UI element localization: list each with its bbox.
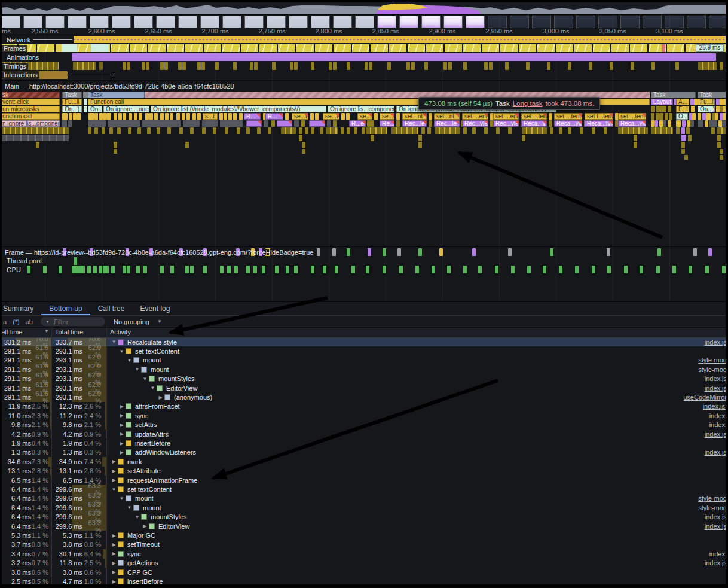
table-row[interactable]: 3.7 ms0.8 %3.8 ms0.8 %▶setTimeout	[0, 540, 728, 549]
table-row[interactable]: 291.1 ms61.6 %293.1 ms62.0 %▼EditorViewi…	[0, 383, 728, 392]
disclosure-arrow[interactable]: ▶	[118, 422, 126, 428]
filmstrip-thumbnail[interactable]	[45, 16, 65, 28]
flame-segment[interactable]: s...t	[203, 113, 218, 120]
filmstrip-thumbnail[interactable]	[90, 16, 109, 28]
flame-segment[interactable]: set ...tent	[618, 113, 646, 120]
disclosure-arrow[interactable]: ▼	[149, 385, 157, 391]
flame-segment[interactable]: se...t	[292, 113, 308, 120]
disclosure-arrow[interactable]: ▶	[118, 431, 126, 437]
column-header-activity[interactable]: Activity	[110, 328, 131, 336]
flame-segment[interactable]: Reca...yle	[618, 120, 646, 127]
source-link[interactable]: useCodeMirror	[683, 394, 727, 401]
filmstrip-thumbnail[interactable]	[178, 16, 197, 28]
match-case-icon[interactable]: a	[3, 318, 7, 325]
flame-segment[interactable]: F...l	[676, 106, 689, 112]
filmstrip-thumbnail[interactable]	[134, 16, 153, 28]
flame-segment[interactable]: On ignore ...onents\/)	[103, 106, 149, 112]
flame-segment[interactable]: R...	[244, 113, 261, 120]
flame-segment[interactable]: set...nt	[434, 113, 460, 120]
source-link[interactable]: style-mod	[698, 357, 727, 364]
source-link[interactable]: style-mod	[698, 366, 727, 373]
flame-segment[interactable]: Reca...tyle	[585, 120, 613, 127]
flame-segment[interactable]: Re...le	[380, 120, 394, 127]
flame-segment[interactable]: Task	[62, 92, 82, 98]
table-row[interactable]: 13.1 ms2.8 %13.1 ms2.8 %▶setAttribute	[0, 467, 728, 476]
column-header-self-time[interactable]: elf time	[1, 328, 22, 336]
disclosure-arrow[interactable]: ▶	[110, 533, 118, 538]
table-row[interactable]: 6.5 ms1.4 %6.5 ms1.4 %▶requestAnimationF…	[0, 476, 728, 485]
main-thread-header[interactable]: Main — http://localhost:3000/projects/bd…	[3, 83, 235, 90]
filmstrip-thumbnail[interactable]	[112, 16, 131, 28]
filmstrip-thumbnail[interactable]	[576, 16, 595, 28]
flame-segment[interactable]: Fu...ll	[62, 99, 82, 105]
source-link[interactable]: index.js	[705, 559, 727, 566]
disclosure-arrow[interactable]: ▼	[133, 367, 141, 372]
disclosure-arrow[interactable]: ▶	[110, 542, 118, 547]
flame-segment[interactable]: A...	[676, 99, 689, 105]
table-row[interactable]: 6.4 ms1.4 %299.6 ms63.3 %▼mountStylesind…	[0, 513, 728, 522]
flame-segment[interactable]: sk	[0, 92, 60, 98]
column-header-total-time[interactable]: Total time	[55, 328, 83, 336]
frame-thread-header[interactable]: Frame — https://id-preview--bd53fd9d-728…	[3, 249, 315, 257]
flame-segment[interactable]: Layout	[651, 99, 673, 105]
table-row[interactable]: 3.4 ms0.7 %30.1 ms6.4 %▶syncindex.	[0, 549, 728, 558]
disclosure-arrow[interactable]: ▼	[118, 349, 126, 354]
tab-event-log[interactable]: Event log	[132, 302, 178, 315]
source-link[interactable]: index.js	[705, 431, 727, 438]
disclosure-arrow[interactable]: ▶	[118, 413, 126, 418]
flame-segment[interactable]: Task	[651, 92, 696, 98]
source-link[interactable]: index.js	[705, 449, 727, 456]
disclosure-arrow[interactable]: ▼	[110, 339, 118, 345]
flame-segment[interactable]: Reca...yle	[521, 120, 547, 127]
filmstrip-thumbnail[interactable]	[222, 16, 241, 28]
flame-segment[interactable]: On...)	[698, 106, 715, 112]
source-link[interactable]: index.	[709, 412, 727, 419]
source-link[interactable]: index.js	[705, 375, 727, 382]
disclosure-arrow[interactable]: ▼	[110, 487, 118, 492]
table-row[interactable]: 1.3 ms0.3 %1.3 ms0.3 %▶addWindowListener…	[0, 448, 728, 457]
disclosure-arrow[interactable]: ▶	[110, 468, 118, 474]
filmstrip-thumbnail[interactable]	[466, 16, 485, 28]
table-row[interactable]: 9.8 ms2.1 %9.8 ms2.1 %▶setAttrsindex.	[0, 421, 728, 429]
table-row[interactable]: 34.6 ms7.3 %34.9 ms7.4 %▶mark	[0, 457, 728, 466]
filmstrip-thumbnail[interactable]	[510, 16, 529, 28]
filmstrip-thumbnail[interactable]	[665, 16, 684, 28]
flame-segment[interactable]: Rec...le	[402, 120, 427, 127]
filmstrip-thumbnail[interactable]	[488, 16, 507, 28]
source-link[interactable]: index.js:	[703, 403, 727, 410]
filmstrip-thumbnail[interactable]	[23, 16, 42, 28]
filmstrip-thumbnail[interactable]	[333, 16, 352, 28]
disclosure-arrow[interactable]: ▶	[141, 523, 149, 529]
table-row[interactable]: 3.0 ms0.6 %3.0 ms0.6 %▶CPP GC	[0, 568, 728, 577]
tooltip-long-task-link[interactable]: Long task	[513, 100, 543, 107]
disclosure-arrow[interactable]: ▶	[110, 560, 118, 566]
filmstrip-thumbnail[interactable]	[355, 16, 374, 28]
table-row[interactable]: 6.4 ms1.4 %299.6 ms63.3 %▼mountstyle-mod	[0, 503, 728, 512]
table-row[interactable]: 6.4 ms1.4 %299.6 ms63.3 %▶EditorViewinde…	[0, 522, 728, 531]
source-link[interactable]: style-mod	[698, 495, 727, 502]
flame-segment[interactable]: Fu...ll	[698, 99, 715, 105]
regex-icon[interactable]: (*)	[13, 318, 20, 325]
flame-segment[interactable]: set ...tent	[554, 113, 582, 120]
flame-segment[interactable]: set t...tent	[585, 113, 613, 120]
filmstrip-thumbnail[interactable]	[643, 16, 662, 28]
filmstrip-thumbnail[interactable]	[377, 16, 396, 28]
disclosure-arrow[interactable]: ▼	[126, 505, 133, 510]
filmstrip-thumbnail[interactable]	[532, 16, 551, 28]
flame-segment[interactable]: Rec...le	[434, 120, 460, 127]
filmstrip-thumbnail[interactable]	[200, 16, 219, 28]
table-row[interactable]: 291.1 ms61.6 %293.1 ms62.0 %▼mountstyle-…	[0, 365, 728, 374]
cpu-overview-strip[interactable]	[0, 2, 728, 14]
tab-bottom-up[interactable]: Bottom-up	[41, 302, 90, 315]
flame-segment[interactable]: set...nt	[402, 113, 427, 120]
flame-segment[interactable]: Rec...yle	[462, 120, 488, 127]
source-link[interactable]: style-mod	[698, 504, 727, 511]
filmstrip-thumbnail[interactable]	[244, 16, 264, 28]
flame-segment[interactable]: On ignore lis...components\/)	[328, 106, 394, 112]
source-link[interactable]: index.	[709, 550, 727, 557]
filmstrip-thumbnail[interactable]	[1, 16, 20, 28]
disclosure-arrow[interactable]: ▶	[157, 395, 164, 400]
source-link[interactable]: index.js	[705, 339, 727, 346]
table-row[interactable]: 291.1 ms61.6 %293.1 ms62.0 %▼mountstyle-…	[0, 356, 728, 365]
filmstrip-thumbnail[interactable]	[267, 16, 286, 28]
